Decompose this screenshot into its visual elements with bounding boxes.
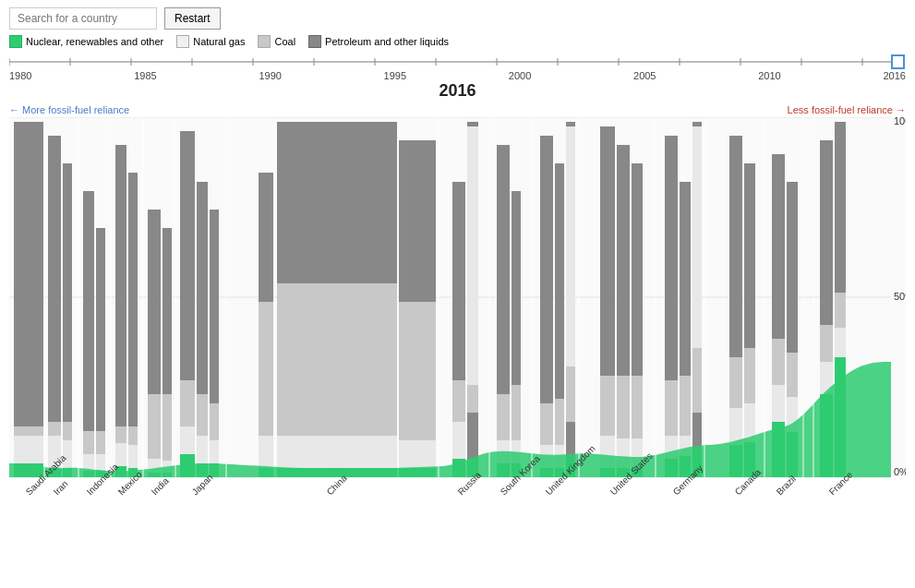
- svg-rect-39: [96, 228, 105, 431]
- more-fossil-label: ← More fossil-fuel reliance: [9, 104, 129, 115]
- svg-rect-108: [566, 122, 575, 126]
- search-input[interactable]: [9, 7, 157, 30]
- svg-rect-60: [180, 380, 195, 426]
- svg-rect-71: [259, 173, 273, 302]
- svg-rect-65: [197, 436, 208, 463]
- svg-rect-109: [566, 126, 575, 366]
- less-fossil-label: Less fossil-fuel reliance →: [788, 104, 906, 115]
- svg-rect-37: [83, 454, 94, 471]
- svg-rect-28: [48, 422, 61, 436]
- svg-rect-147: [772, 339, 785, 385]
- svg-rect-155: [820, 325, 833, 362]
- main-chart: 100% 50% 0%: [9, 117, 906, 496]
- country-iran: Iran: [52, 478, 70, 496]
- svg-rect-130: [680, 376, 691, 436]
- nuclear-label: Nuclear, renewables and other: [26, 36, 163, 47]
- svg-rect-43: [115, 145, 126, 426]
- svg-rect-160: [835, 328, 846, 357]
- natural-gas-label: Natural gas: [193, 36, 245, 47]
- year-1995: 1995: [384, 70, 406, 81]
- year-2005: 2005: [633, 70, 656, 81]
- svg-rect-47: [128, 173, 138, 426]
- svg-rect-32: [63, 422, 72, 440]
- svg-rect-121: [632, 163, 643, 376]
- svg-rect-118: [617, 376, 630, 438]
- svg-rect-49: [128, 445, 138, 468]
- pct-0-label: 0%: [894, 466, 906, 477]
- svg-rect-61: [180, 426, 195, 454]
- svg-rect-151: [787, 353, 798, 397]
- pct-100-label: 100%: [894, 117, 906, 126]
- svg-rect-68: [210, 403, 219, 440]
- svg-rect-85: [452, 422, 465, 459]
- timeline-area: 1980 1985 1990 1995 2000 2005 2010 2016 …: [9, 54, 906, 101]
- svg-rect-72: [259, 302, 273, 436]
- svg-rect-159: [835, 293, 846, 328]
- svg-rect-133: [692, 122, 702, 126]
- legend-nuclear: Nuclear, renewables and other: [9, 35, 163, 48]
- chart-container: 100% 50% 0%: [9, 117, 906, 496]
- svg-rect-76: [277, 283, 397, 436]
- svg-rect-33: [63, 440, 72, 468]
- svg-rect-88: [467, 126, 478, 385]
- svg-rect-142: [744, 163, 755, 348]
- svg-rect-40: [96, 431, 105, 454]
- timeline-labels: 1980 1985 1990 1995 2000 2005 2010 2016: [9, 70, 906, 81]
- reliance-labels: ← More fossil-fuel reliance Less fossil-…: [9, 104, 906, 115]
- svg-rect-138: [729, 136, 742, 357]
- year-1985: 1985: [134, 70, 156, 81]
- svg-rect-52: [148, 394, 161, 459]
- svg-rect-23: [14, 122, 43, 426]
- svg-rect-93: [497, 394, 510, 440]
- svg-rect-48: [128, 426, 138, 445]
- svg-rect-122: [632, 376, 643, 438]
- svg-rect-67: [210, 210, 219, 403]
- svg-rect-126: [665, 380, 678, 436]
- petroleum-swatch: [308, 35, 321, 48]
- natural-gas-swatch: [176, 35, 189, 48]
- svg-rect-31: [63, 163, 72, 422]
- pct-50-label: 50%: [894, 291, 906, 302]
- svg-rect-64: [197, 394, 208, 436]
- svg-rect-114: [600, 376, 615, 436]
- svg-rect-89: [467, 385, 478, 413]
- restart-button[interactable]: Restart: [164, 7, 221, 30]
- year-2010: 2010: [758, 70, 780, 81]
- svg-rect-146: [772, 154, 785, 339]
- svg-rect-139: [729, 357, 742, 408]
- svg-rect-79: [399, 140, 436, 302]
- svg-rect-101: [540, 403, 553, 445]
- svg-rect-96: [512, 191, 521, 385]
- svg-rect-44: [115, 426, 126, 443]
- svg-rect-51: [148, 210, 161, 394]
- svg-rect-136: [692, 413, 702, 450]
- svg-rect-75: [277, 122, 397, 283]
- year-1980: 1980: [9, 70, 31, 81]
- svg-rect-97: [512, 385, 521, 440]
- svg-rect-81: [399, 440, 436, 468]
- svg-rect-59: [180, 131, 195, 380]
- svg-rect-56: [163, 394, 172, 461]
- svg-rect-41: [96, 454, 105, 471]
- svg-rect-25: [14, 436, 43, 463]
- coal-label: Coal: [274, 36, 295, 47]
- svg-rect-117: [617, 145, 630, 376]
- svg-rect-110: [566, 366, 575, 422]
- svg-rect-135: [692, 348, 702, 413]
- country-india: India: [150, 475, 171, 496]
- svg-rect-158: [835, 122, 846, 293]
- timeline-slider[interactable]: [9, 53, 906, 71]
- svg-rect-63: [197, 182, 208, 394]
- timeline-track[interactable]: [9, 54, 906, 70]
- svg-rect-134: [692, 126, 702, 348]
- legend-coal: Coal: [258, 35, 295, 48]
- svg-rect-36: [83, 431, 94, 454]
- year-2016: 2016: [883, 70, 905, 81]
- coal-swatch: [258, 35, 271, 48]
- svg-rect-154: [820, 140, 833, 325]
- year-1990: 1990: [259, 70, 281, 81]
- svg-rect-18: [892, 55, 904, 68]
- nuclear-swatch: [9, 35, 22, 48]
- svg-rect-140: [729, 408, 742, 445]
- svg-rect-143: [744, 348, 755, 403]
